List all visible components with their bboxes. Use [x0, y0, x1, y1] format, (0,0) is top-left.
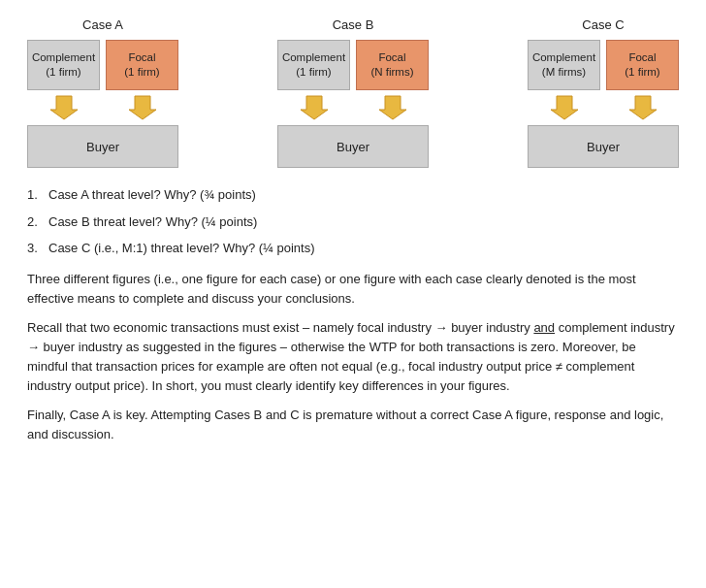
svg-marker-2	[301, 96, 328, 119]
case-c-buyer: Buyer	[528, 125, 679, 168]
paragraph-2: Recall that two economic transactions mu…	[27, 318, 679, 397]
case-a-label: Case A	[82, 17, 123, 32]
paragraph-1: Three different figures (i.e., one figur…	[27, 270, 679, 309]
svg-marker-1	[129, 96, 156, 119]
case-b-arrow-right	[356, 94, 429, 121]
q3-num: 3.	[27, 239, 48, 258]
case-c-group: Case C Complement (M firms) Focal (1 fir…	[528, 17, 679, 168]
case-a-complement: Complement (1 firm)	[27, 40, 100, 90]
case-a-buyer: Buyer	[27, 125, 178, 168]
case-b-arrows	[277, 94, 429, 121]
q1-num: 1.	[27, 185, 48, 205]
q2-text: Case B threat level? Why? (¼ points)	[48, 212, 257, 232]
case-b-arrow-left	[277, 94, 350, 121]
case-b-group: Case B Complement (1 firm) Focal (N firm…	[277, 17, 429, 168]
case-a-arrow-right	[106, 94, 178, 121]
case-a-arrow-left	[27, 94, 100, 121]
case-c-arrow-right	[606, 94, 679, 121]
svg-marker-0	[50, 96, 78, 119]
svg-marker-3	[379, 96, 406, 119]
case-b-complement: Complement (1 firm)	[277, 40, 350, 90]
para2-part1: Recall that two economic transactions mu…	[27, 320, 533, 335]
case-c-boxes: Complement (M firms) Focal (1 firm)	[528, 40, 679, 90]
case-c-label: Case C	[582, 17, 624, 32]
case-c-complement: Complement (M firms)	[528, 40, 600, 90]
case-a-focal: Focal (1 firm)	[106, 40, 178, 90]
case-b-buyer: Buyer	[277, 125, 429, 168]
case-b-label: Case B	[333, 17, 374, 32]
q3-text: Case C (i.e., M:1) threat level? Why? (¼…	[48, 239, 315, 258]
case-c-arrows	[528, 94, 679, 121]
svg-marker-4	[551, 96, 578, 119]
case-b-focal: Focal (N firms)	[356, 40, 429, 90]
q2-num: 2.	[27, 212, 48, 232]
case-a-group: Case A Complement (1 firm) Focal (1 firm…	[27, 17, 178, 168]
q1-text: Case A threat level? Why? (¾ points)	[48, 185, 256, 205]
case-b-boxes: Complement (1 firm) Focal (N firms)	[277, 40, 429, 90]
questions-section: 1. Case A threat level? Why? (¾ points) …	[27, 185, 679, 258]
question-2: 2. Case B threat level? Why? (¼ points)	[27, 212, 679, 232]
svg-marker-5	[629, 96, 657, 119]
diagram-container: Case A Complement (1 firm) Focal (1 firm…	[27, 17, 679, 168]
case-a-boxes: Complement (1 firm) Focal (1 firm)	[27, 40, 178, 90]
case-c-focal: Focal (1 firm)	[606, 40, 679, 90]
para2-and: and	[533, 320, 555, 335]
question-3: 3. Case C (i.e., M:1) threat level? Why?…	[27, 239, 679, 258]
paragraph-3: Finally, Case A is key. Attempting Cases…	[27, 406, 679, 444]
case-a-arrows	[27, 94, 178, 121]
question-1: 1. Case A threat level? Why? (¾ points)	[27, 185, 679, 205]
case-c-arrow-left	[528, 94, 600, 121]
